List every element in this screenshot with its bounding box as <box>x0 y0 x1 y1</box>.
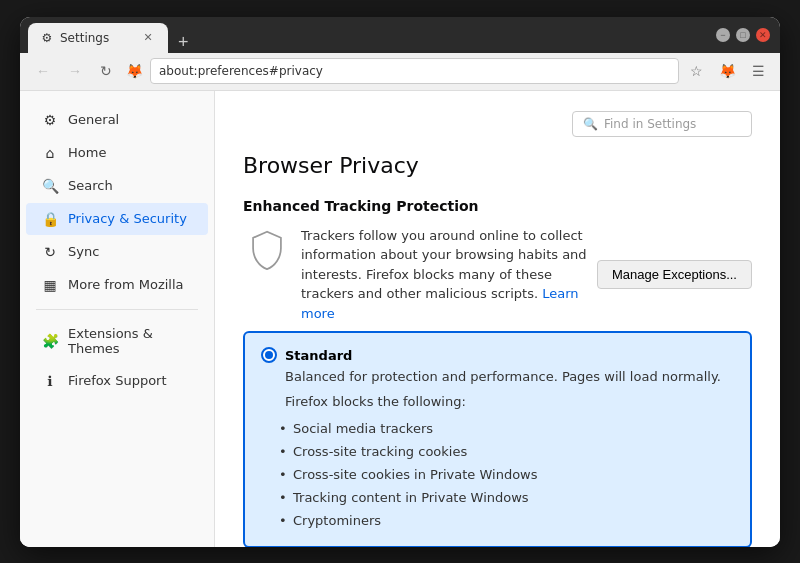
mozilla-icon: ▦ <box>42 277 58 293</box>
back-button[interactable]: ← <box>30 59 56 83</box>
list-item: Social media trackers <box>293 417 734 440</box>
nav-bar: ← → ↻ 🦊 about:preferences#privacy ☆ 🦊 ☰ <box>20 53 780 91</box>
url-text: about:preferences#privacy <box>159 64 323 78</box>
sidebar-item-privacy[interactable]: 🔒 Privacy & Security <box>26 203 208 235</box>
settings-tab[interactable]: ⚙ Settings ✕ <box>28 23 168 53</box>
sidebar-item-extensions[interactable]: 🧩 Extensions & Themes <box>26 318 208 364</box>
info-icon: ℹ <box>42 373 58 389</box>
sidebar-label-general: General <box>68 112 119 127</box>
home-icon: ⌂ <box>42 145 58 161</box>
sidebar-label-sync: Sync <box>68 244 99 259</box>
browser-window: ⚙ Settings ✕ + − □ ✕ ← → ↻ 🦊 about:prefe… <box>20 17 780 547</box>
list-item: Cross-site cookies in Private Windows <box>293 463 734 486</box>
sidebar-label-extensions: Extensions & Themes <box>68 326 192 356</box>
sidebar-label-support: Firefox Support <box>68 373 167 388</box>
find-placeholder: Find in Settings <box>604 117 696 131</box>
find-in-settings-container: 🔍 Find in Settings <box>243 111 752 137</box>
tab-close-button[interactable]: ✕ <box>140 30 156 46</box>
standard-option-box: Standard Balanced for protection and per… <box>243 331 752 547</box>
main-panel: 🔍 Find in Settings Browser Privacy Enhan… <box>215 91 780 547</box>
page-title: Browser Privacy <box>243 153 752 178</box>
list-item: Cross-site tracking cookies <box>293 440 734 463</box>
list-item: Cryptominers <box>293 509 734 532</box>
blocks-label: Firefox blocks the following: <box>261 394 734 409</box>
sidebar-item-home[interactable]: ⌂ Home <box>26 137 208 169</box>
sidebar-label-privacy: Privacy & Security <box>68 211 187 226</box>
sidebar-item-search[interactable]: 🔍 Search <box>26 170 208 202</box>
forward-button[interactable]: → <box>62 59 88 83</box>
sidebar-divider <box>36 309 198 310</box>
gear-icon: ⚙ <box>42 112 58 128</box>
sidebar-item-general[interactable]: ⚙ General <box>26 104 208 136</box>
tab-bar: ⚙ Settings ✕ + <box>20 17 706 53</box>
search-icon: 🔍 <box>42 178 58 194</box>
sidebar-item-sync[interactable]: ↻ Sync <box>26 236 208 268</box>
content-area: ⚙ General ⌂ Home 🔍 Search 🔒 Privacy & Se… <box>20 91 780 547</box>
sidebar-item-support[interactable]: ℹ Firefox Support <box>26 365 208 397</box>
sync-icon: ↻ <box>42 244 58 260</box>
sidebar-label-home: Home <box>68 145 106 160</box>
minimize-button[interactable]: − <box>716 28 730 42</box>
close-button[interactable]: ✕ <box>756 28 770 42</box>
new-tab-button[interactable]: + <box>168 32 199 53</box>
sidebar-label-search: Search <box>68 178 113 193</box>
sidebar-item-more[interactable]: ▦ More from Mozilla <box>26 269 208 301</box>
manage-exceptions-button[interactable]: Manage Exceptions... <box>597 260 752 289</box>
maximize-button[interactable]: □ <box>736 28 750 42</box>
tab-title: Settings <box>60 31 109 45</box>
window-controls: − □ ✕ <box>706 17 780 53</box>
standard-option-description: Balanced for protection and performance.… <box>261 369 734 384</box>
standard-option-label: Standard <box>285 348 352 363</box>
sidebar-label-more: More from Mozilla <box>68 277 184 292</box>
tab-favicon: ⚙ <box>40 31 54 45</box>
etp-section-title: Enhanced Tracking Protection <box>243 198 752 214</box>
search-icon-small: 🔍 <box>583 117 598 131</box>
lock-icon: 🔒 <box>42 211 58 227</box>
shield-icon <box>243 226 291 274</box>
firefox-logo-icon: 🦊 <box>124 61 144 81</box>
extensions-icon: 🧩 <box>42 333 58 349</box>
standard-radio-button[interactable] <box>261 347 277 363</box>
etp-description-row: Trackers follow you around online to col… <box>243 226 752 324</box>
address-bar[interactable]: about:preferences#privacy <box>150 58 679 84</box>
bookmark-button[interactable]: ☆ <box>685 59 708 83</box>
title-bar: ⚙ Settings ✕ + − □ ✕ <box>20 17 780 53</box>
sidebar: ⚙ General ⌂ Home 🔍 Search 🔒 Privacy & Se… <box>20 91 215 547</box>
etp-description-text: Trackers follow you around online to col… <box>301 226 587 324</box>
option-header: Standard <box>261 347 734 363</box>
find-in-settings-input[interactable]: 🔍 Find in Settings <box>572 111 752 137</box>
menu-button[interactable]: ☰ <box>747 59 770 83</box>
pocket-button[interactable]: 🦊 <box>714 59 741 83</box>
reload-button[interactable]: ↻ <box>94 59 118 83</box>
blocks-list: Social media trackers Cross-site trackin… <box>261 417 734 532</box>
list-item: Tracking content in Private Windows <box>293 486 734 509</box>
